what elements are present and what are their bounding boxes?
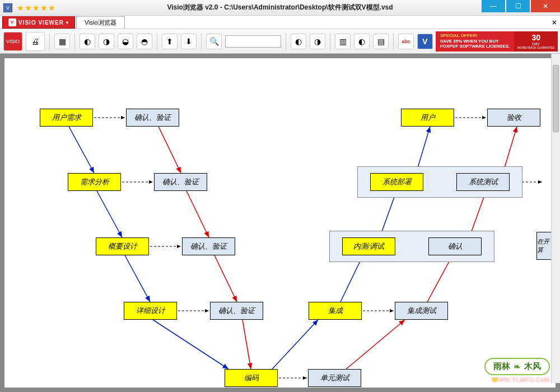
node-outline-design: 概要设计 bbox=[96, 237, 149, 255]
node-verify-1: 确认、验证 bbox=[126, 109, 179, 127]
separator bbox=[330, 33, 330, 50]
tool-button-4[interactable]: ◐ bbox=[354, 34, 370, 49]
chart-button-1[interactable]: ◐ bbox=[80, 34, 95, 49]
node-detail-design: 详细设计 bbox=[124, 302, 177, 320]
node-user-req: 用户需求 bbox=[40, 109, 93, 127]
tab-close-button[interactable]: × bbox=[552, 18, 557, 27]
chart-button-2[interactable]: ◑ bbox=[99, 34, 114, 49]
ad-badge-num: 30 bbox=[517, 33, 554, 42]
svg-line-0 bbox=[69, 127, 94, 173]
svg-line-1 bbox=[97, 191, 122, 237]
svg-line-4 bbox=[158, 127, 181, 173]
node-integration: 集成 bbox=[309, 302, 362, 320]
ad-text: SPECIAL OFFER! SAVE 35% WHEN YOU BUY FOX… bbox=[436, 31, 514, 52]
window-title: Visio浏览器 v2.0 - C:\Users\Administrator\D… bbox=[167, 3, 393, 12]
node-accept: 验收 bbox=[487, 109, 540, 127]
print-button[interactable]: 🖨 bbox=[26, 32, 45, 51]
svg-line-17 bbox=[346, 320, 405, 369]
canvas-area: 用户需求 确认、验证 需求分析 确认、验证 概要设计 确认、验证 详细设计 确认… bbox=[0, 54, 560, 392]
node-verify-3: 确认、验证 bbox=[182, 237, 235, 255]
scrollbar-thumb[interactable] bbox=[553, 65, 559, 132]
node-coding: 编码 bbox=[225, 369, 278, 387]
toolbar: VISIO 🖨 ▦ ◐ ◑ ◒ ◓ ⬆ ⬇ 🔍 ◐ ◑ ▥ ◐ ▤ abc V … bbox=[0, 29, 560, 54]
titlebar: V ★ ★ ★ ★ ★ Visio浏览器 v2.0 - C:\Users\Adm… bbox=[0, 0, 560, 16]
zoom-button[interactable]: 🔍 bbox=[206, 34, 222, 49]
visio-button[interactable]: V bbox=[417, 34, 433, 49]
brand-tab[interactable]: V VISIO VIEWER ▾ bbox=[2, 16, 75, 29]
diagram-edges bbox=[4, 58, 556, 388]
star-icon: ★ bbox=[17, 3, 24, 12]
ad-banner[interactable]: SPECIAL OFFER! SAVE 35% WHEN YOU BUY FOX… bbox=[436, 31, 558, 52]
window-controls: — ☐ ✕ bbox=[482, 0, 560, 16]
search-icon: 🔍 bbox=[209, 37, 219, 46]
vertical-scrollbar[interactable] bbox=[551, 54, 560, 383]
separator bbox=[74, 33, 75, 50]
tool-button-5[interactable]: ▤ bbox=[373, 34, 389, 49]
view-button[interactable]: ▦ bbox=[54, 34, 70, 49]
ad-badge: 30 DAY MONEY-BACK GUARANTEE bbox=[514, 31, 558, 52]
ad-line3: FOXPDF SOFTWARE LICENSES. bbox=[440, 44, 510, 49]
svg-line-18 bbox=[427, 255, 452, 302]
maximize-button[interactable]: ☐ bbox=[506, 0, 530, 12]
node-confirm: 确认 bbox=[428, 237, 482, 255]
open-button[interactable]: VISIO bbox=[3, 32, 22, 51]
document-tab[interactable]: Visio浏览器 bbox=[76, 16, 125, 29]
ad-badge-small: MONEY-BACK GUARANTEE bbox=[517, 46, 554, 49]
chart-button-3[interactable]: ◒ bbox=[118, 34, 133, 49]
star-icon: ★ bbox=[32, 3, 40, 12]
arrow-down-icon: ⬇ bbox=[185, 37, 192, 46]
chevron-down-icon: ▾ bbox=[66, 20, 69, 25]
node-user: 用户 bbox=[401, 109, 454, 127]
svg-line-2 bbox=[125, 255, 150, 302]
separator bbox=[393, 33, 394, 50]
svg-line-3 bbox=[153, 320, 228, 369]
node-unit-test: 单元测试 bbox=[308, 369, 361, 387]
node-deploy: 系统部署 bbox=[370, 173, 423, 191]
star-icon: ★ bbox=[48, 3, 55, 12]
node-internal-test: 内测/调试 bbox=[342, 237, 395, 255]
close-button[interactable]: ✕ bbox=[531, 0, 560, 12]
tool-button-2[interactable]: ◑ bbox=[310, 34, 325, 49]
minimize-button[interactable]: — bbox=[482, 0, 505, 12]
ad-line1: SPECIAL OFFER! bbox=[440, 33, 510, 39]
ad-badge-day: DAY bbox=[517, 42, 554, 46]
node-verify-4: 确认、验证 bbox=[210, 302, 263, 320]
arrow-up-icon: ⬆ bbox=[166, 37, 173, 46]
diagram-canvas[interactable]: 用户需求 确认、验证 需求分析 确认、验证 概要设计 确认、验证 详细设计 确认… bbox=[4, 58, 556, 388]
separator bbox=[157, 33, 157, 50]
brand-icon: V bbox=[8, 18, 16, 26]
brand-label: VISIO VIEWER bbox=[18, 20, 64, 26]
rating-stars: ★ ★ ★ ★ ★ bbox=[17, 3, 55, 12]
star-icon: ★ bbox=[40, 3, 48, 12]
svg-line-7 bbox=[242, 320, 251, 369]
node-integration-test: 集成测试 bbox=[395, 302, 448, 320]
star-icon: ★ bbox=[25, 3, 32, 12]
separator bbox=[49, 33, 50, 50]
svg-line-5 bbox=[186, 191, 209, 237]
nav-up-button[interactable]: ⬆ bbox=[162, 34, 178, 49]
tool-button-3[interactable]: ▥ bbox=[335, 34, 351, 49]
node-system-test: 系统测试 bbox=[456, 173, 510, 191]
separator bbox=[286, 33, 286, 50]
tool-button-1[interactable]: ◐ bbox=[291, 34, 306, 49]
nav-down-button[interactable]: ⬇ bbox=[181, 34, 197, 49]
separator bbox=[201, 33, 202, 50]
svg-line-6 bbox=[214, 255, 237, 302]
node-req-analysis: 需求分析 bbox=[68, 173, 121, 191]
node-verify-2: 确认、验证 bbox=[154, 173, 207, 191]
app-icon: V bbox=[3, 3, 12, 12]
zoom-input[interactable] bbox=[225, 35, 281, 48]
svg-line-13 bbox=[272, 320, 318, 369]
ad-line2: SAVE 35% WHEN YOU BUY bbox=[440, 39, 510, 44]
svg-line-14 bbox=[340, 255, 363, 302]
tab-bar: V VISIO VIEWER ▾ Visio浏览器 × bbox=[0, 16, 560, 29]
chart-button-4[interactable]: ◓ bbox=[137, 34, 152, 49]
abc-button[interactable]: abc bbox=[398, 34, 414, 49]
